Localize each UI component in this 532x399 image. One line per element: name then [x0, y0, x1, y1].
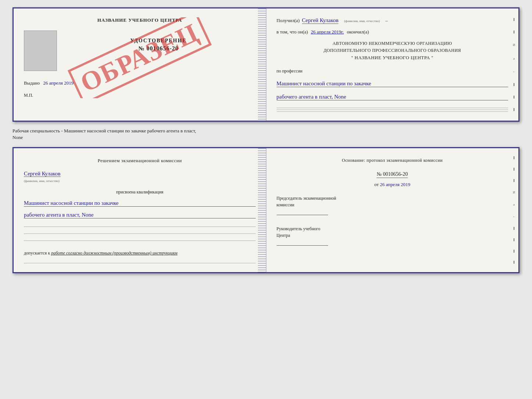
org-name-row: " НАЗВАНИЕ УЧЕБНОГО ЦЕНТРА ": [277, 54, 508, 62]
bottom-doc-right: Основание: протокол экзаменационной коми…: [266, 148, 519, 272]
udost-row: УДОСТОВЕРЕНИЕ № 0010656-20: [24, 31, 256, 71]
dopuskaetsya-label: допускается к: [24, 250, 50, 256]
rukovoditel-block: Руководитель учебного Центра: [277, 225, 508, 246]
qual-line1-top: Машинист насосной станции по закачке: [277, 81, 508, 87]
vtom-label: в том, что он(а): [277, 29, 308, 35]
dash-top: –: [385, 18, 388, 24]
rukovoditel-line1: Руководитель учебного: [277, 225, 508, 232]
vydano-row: Выдано 26 апреля 2019: [24, 80, 256, 86]
predsedatel-line1: Председатель экзаменационной: [277, 195, 508, 202]
vydano-date: 26 апреля 2019: [43, 80, 74, 86]
udost-label: УДОСТОВЕРЕНИЕ: [130, 38, 187, 44]
top-doc-left: НАЗВАНИЕ УЧЕБНОГО ЦЕНТРА УДОСТОВЕРЕНИЕ №…: [14, 8, 266, 121]
dopusk-text: работе согласно должностным (производств…: [51, 250, 177, 256]
udost-number: № 0010656-20: [139, 45, 179, 52]
org-name: НАЗВАНИЕ УЧЕБНОГО ЦЕНТРА: [355, 55, 430, 60]
org-line1: АВТОНОМНУЮ НЕКОММЕРЧЕСКУЮ ОРГАНИЗАЦИЮ: [277, 40, 508, 47]
top-doc-title: НАЗВАНИЕ УЧЕБНОГО ЦЕНТРА: [97, 17, 182, 23]
proto-number: № 0010656-20: [377, 171, 408, 178]
ot-date-row: от 26 апреля 2019: [277, 182, 508, 188]
recipient-name-top: Сергей Кулаков: [302, 17, 339, 24]
separator-text: Рабочая специальность - Машинист насосно…: [12, 126, 520, 142]
predsedatel-block: Председатель экзаменационной комиссии: [277, 195, 508, 215]
name-hint-top: (фамилия, имя, отчество): [344, 19, 380, 23]
mp-label: М.П.: [24, 93, 33, 98]
qual-line2-top: рабочего агента в пласт, None: [277, 94, 508, 100]
udost-text: УДОСТОВЕРЕНИЕ № 0010656-20: [61, 31, 256, 52]
predsedatel-sig-line: [277, 215, 328, 215]
org-line2: ДОПОЛНИТЕЛЬНОГО ПРОФЕССИОНАЛЬНОГО ОБРАЗО…: [277, 47, 508, 54]
predsedatel-line2: комиссии: [277, 202, 508, 208]
rukovoditel-line2: Центра: [277, 232, 508, 239]
top-document-pair: НАЗВАНИЕ УЧЕБНОГО ЦЕНТРА УДОСТОВЕРЕНИЕ №…: [12, 7, 520, 122]
separator-line1: Рабочая специальность - Машинист насосно…: [12, 128, 520, 134]
vtom-row: в том, что он(а) 26 апреля 2019г. окончи…: [277, 29, 508, 35]
bottom-name-block: Сергей Кулаков (фамилия, имя, отчество): [24, 170, 256, 184]
org-quote-end: ": [431, 55, 433, 60]
dopuskaetsya-block: допускается к работе согласно должностны…: [24, 250, 256, 256]
bottom-document-pair: Решением экзаменационной комиссии Сергей…: [12, 147, 520, 274]
top-doc-right: Получил(а) Сергей Кулаков (фамилия, имя,…: [266, 8, 519, 121]
okonchil-label: окончил(а): [347, 29, 369, 35]
photo-placeholder: [24, 31, 57, 71]
completion-date-top: 26 апреля 2019г.: [311, 29, 344, 35]
recipient-name-bottom: Сергей Кулаков: [24, 171, 61, 177]
poluchil-row: Получил(а) Сергей Кулаков (фамилия, имя,…: [277, 17, 508, 24]
ot-date-value: 26 апреля 2019: [380, 182, 410, 187]
qual-line2-bottom: рабочего агента в пласт, None: [24, 212, 256, 218]
poluchil-label: Получил(а): [277, 18, 300, 24]
vydano-label: Выдано: [24, 80, 40, 86]
po-professii-label: по профессии: [277, 68, 508, 74]
right-edge-dashes: И а ←: [511, 8, 517, 121]
name-hint-bottom: (фамилия, имя, отчество): [24, 179, 60, 183]
osnovanie-label: Основание: протокол экзаменационной коми…: [277, 157, 508, 164]
ot-label: от: [374, 182, 379, 187]
prisvoena-label: присвоена квалификация: [24, 189, 256, 195]
bottom-right-edge-dashes: И а ←: [511, 148, 517, 272]
resheniem-label: Решением экзаменационной комиссии: [24, 157, 256, 165]
bottom-doc-left: Решением экзаменационной комиссии Сергей…: [14, 148, 266, 272]
org-quote: ": [351, 55, 353, 60]
rukovoditel-sig-line: [277, 245, 328, 246]
qual-line1-bottom: Машинист насосной станции по закачке: [24, 200, 256, 207]
separator-line2: None: [12, 134, 520, 141]
org-block: АВТОНОМНУЮ НЕКОММЕРЧЕСКУЮ ОРГАНИЗАЦИЮ ДО…: [277, 40, 508, 62]
